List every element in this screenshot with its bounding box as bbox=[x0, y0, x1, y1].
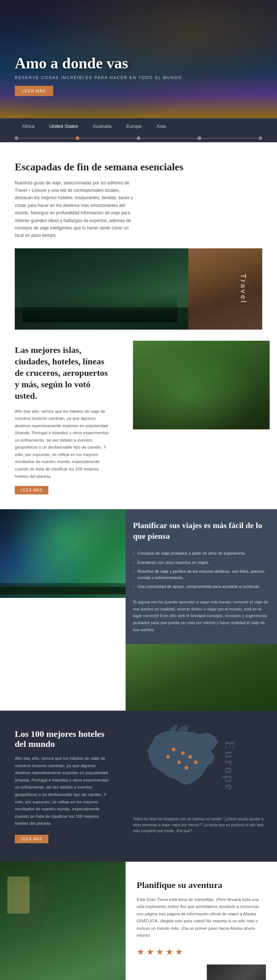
plan-img-row bbox=[0, 644, 277, 711]
plan-title: Planificar sus viajes es más fácil de lo… bbox=[133, 520, 270, 541]
svg-point-5 bbox=[185, 766, 188, 770]
sidebar-item-australia[interactable]: Australia bbox=[85, 118, 119, 134]
indicator-dot-asia bbox=[258, 136, 262, 140]
plan-text: Si alguna vez ha querido aprender a viaj… bbox=[133, 599, 270, 633]
sidebar-item-asia[interactable]: Asia bbox=[149, 118, 173, 134]
hotels-left: Los 100 mejores hoteles del mundo Año tr… bbox=[0, 711, 125, 861]
hotels-section: Los 100 mejores hoteles del mundo Año tr… bbox=[0, 711, 277, 861]
tab-indicator-bar bbox=[0, 134, 277, 142]
svg-point-6 bbox=[194, 760, 198, 764]
weekend-text-col: Nuestras guías de viaje, seleccionadas p… bbox=[15, 179, 134, 239]
hotels-text: Año tras año, vemos que los hábitos de v… bbox=[15, 755, 111, 827]
mountain-image bbox=[15, 248, 188, 329]
hotels-quote: Todos los días me despierto con un objet… bbox=[133, 816, 270, 834]
indicator-dot-us bbox=[76, 136, 79, 140]
weekend-img-col bbox=[143, 179, 262, 239]
europe-map: Europe bbox=[133, 722, 251, 810]
weekend-columns: Nuestras guías de viaje, seleccionadas p… bbox=[15, 179, 262, 239]
svg-point-7 bbox=[166, 755, 170, 759]
islands-title: Las mejores islas, ciudades, hoteles, lí… bbox=[15, 344, 111, 402]
plan-list-item-3: Reseñas de viaje y perfiles de los mejor… bbox=[133, 567, 270, 582]
europe-map-svg bbox=[133, 722, 236, 803]
islands-right bbox=[125, 329, 277, 509]
adventure-text: Esta Gran Tierra está llena de maravilla… bbox=[137, 896, 266, 939]
sidebar-item-europe[interactable]: Europe bbox=[119, 118, 149, 134]
indicator-dot-europe bbox=[198, 136, 201, 140]
plan-list-item-1: Consejos de viaje probados a partir de a… bbox=[133, 549, 270, 558]
highland-cow-image: Travel bbox=[188, 248, 262, 329]
nav-tabs: Africa United States Australia Europe As… bbox=[0, 118, 277, 142]
svg-point-2 bbox=[181, 751, 185, 755]
islands-section: Las mejores islas, ciudades, hoteles, lí… bbox=[0, 329, 277, 509]
hotels-quote-text: Todos los días me despierto con un objet… bbox=[133, 817, 264, 833]
weekend-text: Nuestras guías de viaje, seleccionadas p… bbox=[15, 179, 134, 239]
travel-label: Travel bbox=[239, 274, 248, 304]
plan-left: Planificar sus viajes es más fácil de lo… bbox=[133, 520, 270, 633]
adventure-section: Planifique su aventura Esta Gran Tierra … bbox=[0, 862, 277, 980]
adventure-title: Planifique su aventura bbox=[137, 880, 266, 890]
plan-list-item-4: Una comunidad de apoyo, comprometida par… bbox=[133, 582, 270, 591]
islands-text: Año tras año, vemos que los hábitos de v… bbox=[15, 408, 111, 480]
weekend-title: Escapadas de fin de semana esenciales bbox=[15, 161, 262, 173]
weekend-images: Travel bbox=[15, 248, 262, 329]
islands-left: Las mejores islas, ciudades, hoteles, lí… bbox=[0, 329, 125, 509]
svg-point-1 bbox=[172, 748, 176, 751]
svg-point-3 bbox=[188, 755, 192, 759]
hotels-title: Los 100 mejores hoteles del mundo bbox=[15, 729, 111, 749]
sidebar-item-united-states[interactable]: United States bbox=[42, 118, 85, 134]
aurora-row: Planificar sus viajes es más fácil de lo… bbox=[0, 509, 277, 644]
plan-list-item-2: Entretener con otros expertos en viajes. bbox=[133, 558, 270, 567]
plan-landscape-image bbox=[125, 644, 277, 711]
hotels-cta-button[interactable]: LEER MÁS bbox=[15, 835, 48, 843]
hero-section: Amo a donde vas RESERVE COSAS INCREÍBLES… bbox=[0, 0, 277, 118]
nav-tabs-inner: Africa United States Australia Europe As… bbox=[0, 118, 277, 134]
adventure-small-image bbox=[207, 964, 266, 980]
hero-title: Amo a donde vas bbox=[15, 55, 184, 72]
adventure-right: Planifique su aventura Esta Gran Tierra … bbox=[125, 862, 277, 980]
weekend-section: Escapadas de fin de semana esenciales Nu… bbox=[0, 142, 277, 329]
islands-cta-button[interactable]: LEER MÁS bbox=[15, 486, 48, 495]
plan-list: Consejos de viaje probados a partir de a… bbox=[133, 549, 270, 591]
hero-cta-button[interactable]: LEER MÁS bbox=[15, 86, 53, 96]
hero-subtitle: RESERVE COSAS INCREÍBLES PARA HACER EN T… bbox=[15, 75, 184, 80]
aurora-image bbox=[0, 509, 125, 598]
indicator-dot-australia bbox=[137, 136, 140, 140]
adventure-stars: ★★★★★ bbox=[137, 947, 266, 957]
indicator-dot-africa bbox=[15, 136, 19, 140]
plan-section: Planificar sus viajes es más fácil de lo… bbox=[125, 509, 277, 644]
svg-point-4 bbox=[177, 760, 181, 764]
europe-label: Europe bbox=[222, 741, 237, 792]
hero-content: Amo a donde vas RESERVE COSAS INCREÍBLES… bbox=[15, 55, 184, 96]
adventure-image bbox=[0, 862, 125, 980]
hotels-right: Europe Todos los días me despierto con u… bbox=[125, 711, 277, 861]
sidebar-item-africa[interactable]: Africa bbox=[15, 118, 42, 134]
